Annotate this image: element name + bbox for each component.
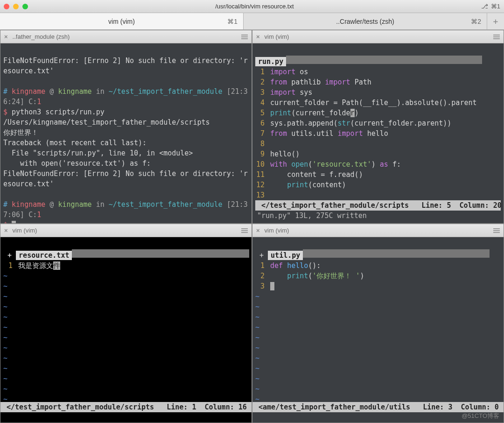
pane-header[interactable]: × vim (vim) bbox=[252, 30, 504, 43]
terminal-body[interactable]: FileNotFoundError: [Errno 2] No such fil… bbox=[0, 43, 252, 223]
tab-1[interactable]: vim (vim) ⌘1 bbox=[0, 13, 244, 29]
tab-label: vim (vim) bbox=[108, 18, 135, 25]
tab-shortcut: ⌘2 bbox=[471, 18, 481, 25]
pane-header[interactable]: × ..father_module (zsh) bbox=[0, 30, 252, 43]
pane-title: vim (vim) bbox=[265, 33, 289, 40]
window-titlebar: /usr/local/bin/vim resource.txt ⎇⌘1 bbox=[0, 0, 504, 13]
minimize-icon[interactable] bbox=[13, 4, 19, 9]
hamburger-icon[interactable] bbox=[241, 35, 248, 39]
watermark: @51CTO博客 bbox=[462, 412, 499, 420]
tab-shortcut: ⌘1 bbox=[227, 18, 238, 25]
close-pane-icon[interactable]: × bbox=[4, 33, 8, 40]
pane-title: vim (vim) bbox=[13, 227, 37, 234]
editor-body[interactable]: + resource.txt 1我是资源文件 ~ ~ ~ ~ ~ ~ ~ ~ ~… bbox=[0, 237, 252, 423]
pane-terminal: × ..father_module (zsh) FileNotFoundErro… bbox=[0, 30, 252, 224]
close-pane-icon[interactable]: × bbox=[256, 33, 260, 40]
pane-editor-utilpy: × vim (vim) + util.py 1def hello(): 2 pr… bbox=[252, 224, 504, 423]
vim-message: "run.py" 13L, 275C written bbox=[255, 211, 501, 221]
hamburger-icon[interactable] bbox=[493, 35, 500, 39]
pane-header[interactable]: × vim (vim) bbox=[0, 224, 252, 237]
pane-header[interactable]: × vim (vim) bbox=[252, 224, 504, 237]
editor-body[interactable]: run.py 1import os 2from pathlib import P… bbox=[252, 43, 504, 223]
maximize-icon[interactable] bbox=[22, 4, 28, 9]
pane-title: vim (vim) bbox=[265, 227, 289, 234]
close-pane-icon[interactable]: × bbox=[4, 227, 8, 234]
vim-statusline: </test_import_father_module/scripts Line… bbox=[0, 402, 252, 412]
hamburger-icon[interactable] bbox=[493, 228, 500, 233]
pane-editor-resource: × vim (vim) + resource.txt 1我是资源文件 ~ ~ ~… bbox=[0, 224, 252, 423]
window-title: /usr/local/bin/vim resource.txt bbox=[28, 3, 481, 10]
tab-label: ..Crawler/tests (zsh) bbox=[336, 18, 394, 25]
buffer-tab[interactable]: resource.txt bbox=[16, 251, 72, 260]
title-right: ⎇⌘1 bbox=[481, 3, 500, 10]
traffic-lights bbox=[4, 4, 28, 9]
new-tab-button[interactable]: + bbox=[487, 13, 504, 29]
cmd: python3 scripts/run.py bbox=[12, 108, 105, 116]
buffer-tab[interactable]: util.py bbox=[268, 251, 303, 260]
tab-2[interactable]: ..Crawler/tests (zsh) ⌘2 bbox=[244, 13, 487, 29]
pane-title: ..father_module (zsh) bbox=[13, 33, 70, 40]
editor-body[interactable]: + util.py 1def hello(): 2 print('你好世界！ '… bbox=[252, 237, 504, 423]
hamburger-icon[interactable] bbox=[241, 228, 248, 233]
close-pane-icon[interactable]: × bbox=[256, 227, 260, 234]
buffer-tab[interactable]: run.py bbox=[255, 57, 286, 66]
tab-bar: vim (vim) ⌘1 ..Crawler/tests (zsh) ⌘2 + bbox=[0, 13, 504, 30]
vim-statusline: </test_import_father_module/scripts Line… bbox=[255, 200, 501, 211]
pane-editor-runpy: × vim (vim) run.py 1import os 2from path… bbox=[252, 30, 504, 224]
vim-statusline: <ame/test_import_father_module/utils Lin… bbox=[252, 402, 504, 412]
close-icon[interactable] bbox=[4, 4, 9, 9]
